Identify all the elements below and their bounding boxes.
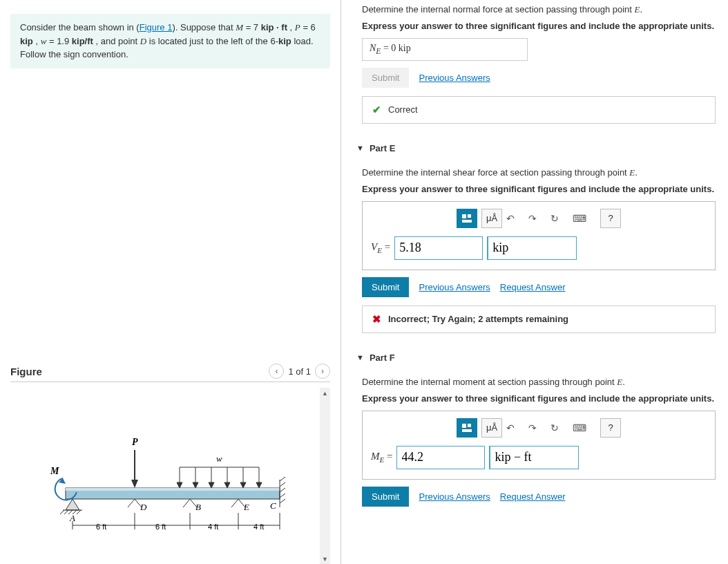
help-button[interactable]: ? <box>600 418 621 438</box>
svg-marker-26 <box>256 482 262 488</box>
part-e-block: Determine the internal shear force at se… <box>362 167 716 333</box>
svg-marker-18 <box>193 482 198 488</box>
svg-rect-61 <box>462 424 466 428</box>
svg-line-5 <box>64 510 68 514</box>
figure-counter: 1 of 1 <box>288 366 311 377</box>
part-e-var-label: VE = <box>371 241 390 254</box>
part-f-block: Determine the internal moment at section… <box>362 377 716 507</box>
svg-rect-60 <box>462 220 472 223</box>
svg-text:4 ft: 4 ft <box>208 523 218 531</box>
svg-rect-1 <box>66 488 280 491</box>
help-button[interactable]: ? <box>600 209 621 228</box>
svg-rect-59 <box>468 214 471 218</box>
feedback-text: Incorrect; Try Again; 2 attempts remaini… <box>388 314 568 324</box>
svg-line-39 <box>183 499 190 507</box>
left-pane: Consider the beam shown in (Figure 1). S… <box>0 0 341 564</box>
reset-icon[interactable]: ↻ <box>550 213 568 224</box>
svg-text:C: C <box>270 500 276 511</box>
caret-down-icon: ▼ <box>356 144 364 152</box>
part-f-toolbar: μÅ ↶ ↷ ↻ ⌨ ? <box>371 418 707 438</box>
part-f-request-answer-link[interactable]: Request Answer <box>500 491 566 502</box>
caret-down-icon: ▼ <box>356 353 364 361</box>
part-e-header[interactable]: ▼ Part E <box>356 143 716 153</box>
svg-line-4 <box>60 510 64 514</box>
part-f-unit-input[interactable] <box>489 446 579 469</box>
svg-marker-16 <box>177 482 182 488</box>
part-e-request-answer-link[interactable]: Request Answer <box>500 282 566 292</box>
part-d-instruction: Express your answer to three significant… <box>362 21 716 31</box>
svg-line-36 <box>128 499 135 507</box>
cross-icon: ✖ <box>372 313 381 326</box>
part-f-previous-answers-link[interactable]: Previous Answers <box>419 491 490 502</box>
svg-marker-22 <box>224 482 230 488</box>
part-e-value-input[interactable] <box>394 236 483 260</box>
figure-next-button[interactable]: › <box>315 364 330 379</box>
part-e-input-block: μÅ ↶ ↷ ↻ ⌨ ? VE = <box>362 201 716 270</box>
part-f-var-label: ME = <box>371 451 392 464</box>
svg-line-8 <box>77 510 81 514</box>
right-pane: Determine the internal normal force at s… <box>341 0 728 564</box>
svg-text:6 ft: 6 ft <box>155 523 166 531</box>
feedback-text: Correct <box>388 104 418 115</box>
units-button[interactable]: μÅ <box>481 209 502 228</box>
part-f-header[interactable]: ▼ Part F <box>356 352 716 363</box>
svg-marker-24 <box>240 482 246 488</box>
part-d-prompt: Determine the internal normal force at s… <box>362 4 716 15</box>
part-f-instruction: Express your answer to three significant… <box>362 393 716 404</box>
beam-diagram: M P <box>38 426 294 557</box>
svg-marker-12 <box>131 480 138 488</box>
part-f-input-block: μÅ ↶ ↷ ↻ ⌨ ? ME = <box>362 411 716 480</box>
part-d-block: Determine the internal normal force at s… <box>362 4 716 124</box>
figure-link[interactable]: Figure 1 <box>140 22 173 32</box>
units-button[interactable]: μÅ <box>481 418 502 438</box>
problem-text: Consider the beam shown in ( <box>20 22 140 32</box>
reset-icon[interactable]: ↻ <box>550 422 568 433</box>
svg-marker-20 <box>209 482 214 488</box>
part-d-answer-display: NE = 0 kip <box>362 38 528 61</box>
part-d-previous-answers-link[interactable]: Previous Answers <box>419 73 490 83</box>
part-e-previous-answers-link[interactable]: Previous Answers <box>419 282 490 292</box>
scroll-up-icon[interactable]: ▲ <box>320 388 330 398</box>
svg-text:4 ft: 4 ft <box>253 523 264 531</box>
part-e-title: Part E <box>370 143 396 153</box>
svg-text:P: P <box>132 437 138 447</box>
svg-line-33 <box>280 499 285 503</box>
svg-rect-62 <box>468 424 471 427</box>
part-f-submit-button[interactable]: Submit <box>362 487 409 507</box>
svg-line-31 <box>280 488 285 492</box>
template-button[interactable] <box>457 209 477 228</box>
redo-icon[interactable]: ↷ <box>528 213 546 224</box>
check-icon: ✔ <box>372 104 381 116</box>
figure-canvas: M P <box>10 388 320 564</box>
problem-statement: Consider the beam shown in (Figure 1). S… <box>10 14 330 68</box>
part-d-feedback: ✔ Correct <box>362 96 716 124</box>
part-e-submit-button[interactable]: Submit <box>362 277 409 297</box>
figure-nav: ‹ 1 of 1 › <box>269 364 330 379</box>
figure-title: Figure <box>10 366 42 377</box>
figure-section: Figure ‹ 1 of 1 › <box>10 364 330 564</box>
svg-text:B: B <box>195 502 201 512</box>
keyboard-icon[interactable]: ⌨ <box>573 213 591 224</box>
template-button[interactable] <box>457 418 477 438</box>
svg-text:D: D <box>140 502 147 512</box>
keyboard-icon[interactable]: ⌨ <box>573 422 591 433</box>
redo-icon[interactable]: ↷ <box>528 422 546 433</box>
part-e-unit-input[interactable] <box>487 236 577 260</box>
part-f-prompt: Determine the internal moment at section… <box>362 377 716 388</box>
svg-line-42 <box>231 499 238 507</box>
scroll-down-icon[interactable]: ▼ <box>320 554 330 564</box>
part-f-title: Part F <box>370 352 395 363</box>
svg-text:E: E <box>243 502 249 512</box>
part-f-value-input[interactable] <box>396 446 485 469</box>
figure-scrollbar[interactable]: ▲ ▼ <box>320 388 330 564</box>
part-e-instruction: Express your answer to three significant… <box>362 184 716 194</box>
svg-rect-58 <box>462 214 466 218</box>
svg-text:6 ft: 6 ft <box>96 523 106 531</box>
svg-rect-63 <box>462 429 472 432</box>
svg-text:w: w <box>216 453 222 464</box>
figure-prev-button[interactable]: ‹ <box>269 364 284 379</box>
undo-icon[interactable]: ↶ <box>506 213 524 224</box>
part-d-submit-button: Submit <box>362 68 409 88</box>
svg-marker-2 <box>66 499 79 510</box>
undo-icon[interactable]: ↶ <box>506 422 524 433</box>
